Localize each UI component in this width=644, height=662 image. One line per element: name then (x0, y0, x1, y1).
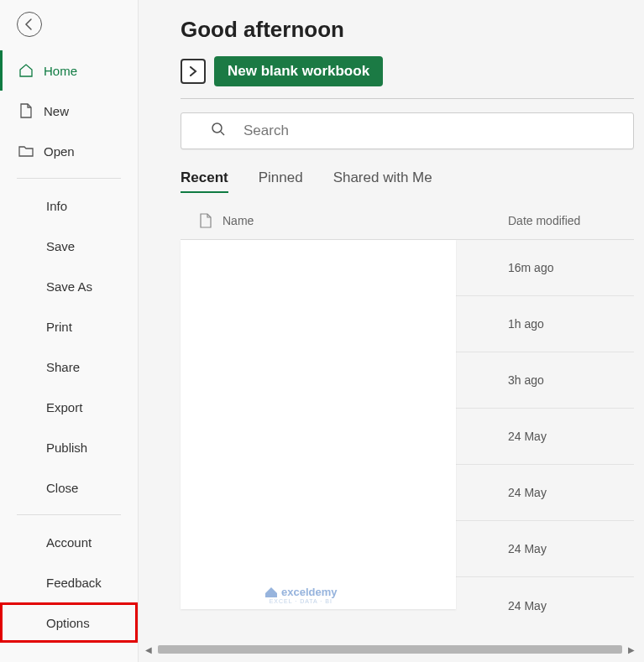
nav-share[interactable]: Share (0, 347, 138, 387)
nav-divider (17, 178, 121, 179)
tab-pinned[interactable]: Pinned (259, 169, 303, 193)
nav-options-label: Options (46, 616, 90, 630)
header-name: Name (212, 214, 508, 227)
nav-secondary: Info Save Save As Print Share Export Pub… (0, 185, 138, 508)
new-workbook-row: New blank workbook (181, 56, 644, 86)
folder-open-icon (18, 143, 34, 159)
nav-publish-label: Publish (46, 440, 87, 455)
horizontal-scrollbar[interactable]: ◀ ▶ (143, 644, 637, 655)
nav-account[interactable]: Account (0, 522, 138, 562)
scrollbar-track: ◀ ▶ (143, 644, 637, 655)
nav-open[interactable]: Open (0, 131, 138, 171)
row-date: 24 May (508, 486, 634, 499)
watermark-sub: EXCEL · DATA · BI (270, 598, 332, 604)
watermark: exceldemy EXCEL · DATA · BI (264, 586, 338, 604)
row-date: 3h ago (508, 373, 634, 387)
nav-home[interactable]: Home (0, 50, 138, 91)
list-body: exceldemy EXCEL · DATA · BI 16m ago 1h a… (181, 240, 634, 633)
backstage-sidebar: Home New Open Info Save Save As Print Sh… (0, 0, 139, 662)
nav-tertiary: Account Feedback Options (0, 522, 138, 643)
nav-print-label: Print (46, 320, 72, 334)
nav-account-label: Account (46, 535, 92, 550)
nav-export-label: Export (46, 400, 82, 414)
nav-save[interactable]: Save (0, 226, 138, 266)
new-blank-workbook-button[interactable]: New blank workbook (214, 56, 383, 86)
templates-expand-button[interactable] (181, 59, 206, 84)
nav-info[interactable]: Info (0, 185, 138, 226)
nav-new[interactable]: New (0, 91, 138, 131)
new-blank-label: New blank workbook (228, 63, 369, 79)
nav-primary: Home New Open (0, 44, 138, 171)
home-icon (18, 63, 34, 78)
chevron-right-icon (188, 66, 198, 76)
back-arrow-icon (23, 18, 36, 31)
tab-shared[interactable]: Shared with Me (333, 169, 432, 193)
nav-home-label: Home (44, 64, 77, 78)
nav-feedback[interactable]: Feedback (0, 562, 138, 602)
row-date: 1h ago (508, 317, 634, 331)
tab-shared-label: Shared with Me (333, 169, 432, 185)
nav-export[interactable]: Export (0, 387, 138, 427)
scroll-left-arrow-icon[interactable]: ◀ (143, 644, 154, 655)
search-input[interactable] (181, 112, 634, 149)
row-date: 24 May (508, 430, 634, 443)
tab-recent-label: Recent (181, 169, 228, 185)
greeting-heading: Good afternoon (181, 17, 644, 43)
search-icon (211, 122, 226, 140)
nav-close[interactable]: Close (0, 467, 138, 508)
scroll-right-arrow-icon[interactable]: ▶ (626, 644, 637, 655)
svg-point-0 (212, 123, 222, 133)
main-content: Good afternoon New blank workbook Recent… (139, 0, 644, 662)
recent-files-list: Name Date modified exceldemy EXCEL · DAT… (181, 201, 634, 633)
nav-divider (17, 514, 121, 515)
back-button[interactable] (17, 12, 42, 37)
nav-save-as[interactable]: Save As (0, 266, 138, 306)
nav-close-label: Close (46, 481, 78, 495)
row-date: 24 May (508, 599, 634, 612)
row-date: 16m ago (508, 261, 634, 274)
recent-tabs: Recent Pinned Shared with Me (181, 169, 644, 193)
watermark-brand: exceldemy (281, 586, 338, 598)
nav-share-label: Share (46, 360, 80, 374)
house-icon (264, 586, 278, 598)
search-wrap (181, 112, 634, 149)
nav-print[interactable]: Print (0, 306, 138, 347)
nav-info-label: Info (46, 199, 67, 213)
list-header: Name Date modified (181, 201, 634, 240)
new-doc-icon (18, 103, 34, 118)
header-date: Date modified (508, 214, 634, 227)
nav-open-label: Open (44, 144, 75, 159)
nav-options[interactable]: Options (0, 602, 138, 643)
tab-recent[interactable]: Recent (181, 169, 228, 193)
nav-publish[interactable]: Publish (0, 427, 138, 467)
nav-feedback-label: Feedback (46, 576, 102, 590)
nav-save-as-label: Save As (46, 279, 92, 294)
row-date: 24 May (508, 542, 634, 555)
file-icon (199, 213, 212, 228)
redacted-overlay: exceldemy EXCEL · DATA · BI (181, 240, 456, 609)
nav-new-label: New (44, 104, 69, 118)
divider (181, 98, 634, 99)
tab-pinned-label: Pinned (259, 169, 303, 185)
nav-save-label: Save (46, 239, 75, 253)
scrollbar-thumb[interactable] (158, 645, 622, 654)
